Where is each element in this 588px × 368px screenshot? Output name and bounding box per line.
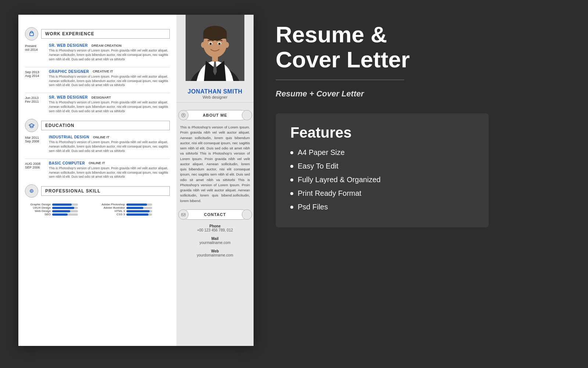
contact-section-btn: CONTACT xyxy=(183,209,247,220)
job-company: ONLINE IT xyxy=(89,161,105,165)
feature-text: Print Ready Format xyxy=(298,189,361,198)
job-desc: This is Photoshop's version of Lorem Ips… xyxy=(49,100,170,114)
job-date: Jun 2013 Fev 2011 xyxy=(25,95,49,114)
big-title: Resume & Cover Letter xyxy=(276,22,514,72)
job-date: Present oct 2014 xyxy=(25,43,49,62)
job-date: Mar 2011 Sep 2008 xyxy=(25,135,49,153)
job-company: DREAM CREATION xyxy=(92,44,122,47)
bullet-icon xyxy=(290,165,293,168)
svg-rect-17 xyxy=(182,213,185,216)
job-desc: This is Photoshop's version of Lorem Ips… xyxy=(49,140,170,153)
skill-bar-bg xyxy=(52,213,78,216)
job-desc: This is Photoshop's version of Lorem Ips… xyxy=(49,49,170,62)
skill-name: SEO xyxy=(25,213,51,216)
feature-text: A4 Paper Size xyxy=(298,148,345,157)
main-container: WORK EXPERIENCE Present oct 2014 SR. WEB… xyxy=(18,15,570,353)
skill-bar-fill xyxy=(126,213,148,216)
list-item: Graphic Design xyxy=(25,203,96,206)
left-panel: WORK EXPERIENCE Present oct 2014 SR. WEB… xyxy=(18,15,176,346)
skill-bar-bg xyxy=(126,213,152,216)
right-info-panel: Resume & Cover Letter Resume + Cover Let… xyxy=(276,15,514,227)
skill-bar-fill xyxy=(52,210,70,212)
contact-info-web: Web yourdomainname.com xyxy=(176,247,254,259)
divider xyxy=(25,67,170,67)
table-row: Sep 2013 Aug 2014 GRAPHIC DESIGNER CREAT… xyxy=(25,70,170,88)
phone-value: +00 123 456 789, 012 xyxy=(176,228,254,232)
job-title: SR. WEB DESIGNER xyxy=(49,95,88,99)
job-date: Sep 2013 Aug 2014 xyxy=(25,70,49,88)
features-title: Features xyxy=(290,124,474,141)
web-label: Web xyxy=(176,249,254,253)
contact-info: Phone +00 123 456 789, 012 xyxy=(176,222,254,234)
skill-bar-fill xyxy=(52,207,74,209)
skill-name: Adobe Photoshop xyxy=(99,203,125,206)
skill-bar-bg xyxy=(126,207,152,209)
job-title: INDUSTRIAL DESIGN xyxy=(49,135,89,139)
right-sidebar: JONATHAN SMITH Web designer ABOUT ME Thi… xyxy=(176,15,254,346)
education-section-title: EDUCATION xyxy=(41,121,170,130)
list-item: UI/UX Design xyxy=(25,206,96,209)
profile-photo xyxy=(186,15,244,81)
resume-card: WORK EXPERIENCE Present oct 2014 SR. WEB… xyxy=(18,15,254,346)
big-title-line1: Resume & xyxy=(276,22,387,47)
big-title-line2: Cover Letter xyxy=(276,47,410,72)
svg-point-13 xyxy=(209,43,212,45)
table-row: Mar 2011 Sep 2008 INDUSTRIAL DESIGN ONLI… xyxy=(25,135,170,153)
list-item: Print Ready Format xyxy=(290,189,474,198)
table-row: Jun 2013 Fev 2011 SR. WEB DESIGNER DESIG… xyxy=(25,95,170,114)
skill-bar-bg xyxy=(52,210,78,212)
phone-label: Phone xyxy=(176,224,254,228)
list-item: Web Design xyxy=(25,209,96,213)
job-detail: SR. WEB DESIGNER DESIGNART This is Photo… xyxy=(49,95,170,114)
job-detail: SR. WEB DESIGNER DREAM CREATION This is … xyxy=(49,43,170,62)
skill-bar-bg xyxy=(126,210,152,212)
web-value: yourdomainname.com xyxy=(176,253,254,257)
skill-name: Web Design xyxy=(25,209,51,213)
about-circle-left xyxy=(178,110,189,120)
skill-bar-fill xyxy=(126,204,147,206)
work-entries: Present oct 2014 SR. WEB DESIGNER DREAM … xyxy=(25,43,170,114)
skills-icon xyxy=(25,184,38,198)
table-row: Present oct 2014 SR. WEB DESIGNER DREAM … xyxy=(25,43,170,62)
name-area: JONATHAN SMITH Web designer xyxy=(176,85,254,103)
list-item: SEO xyxy=(25,213,96,216)
contact-label-btn: CONTACT xyxy=(204,212,226,217)
feature-text: Psd Files xyxy=(298,203,328,211)
contact-circle-left xyxy=(178,209,189,220)
bullet-icon xyxy=(290,206,293,209)
candidate-name: JONATHAN SMITH xyxy=(180,88,250,95)
mail-value: yourmailname.com xyxy=(176,241,254,245)
about-text: This is Photoshop's version of Lorem Ips… xyxy=(176,122,254,206)
svg-point-2 xyxy=(31,191,32,192)
svg-point-10 xyxy=(225,42,229,48)
features-box: Features A4 Paper Size Easy To Edit Full… xyxy=(276,113,489,227)
work-icon xyxy=(25,27,38,40)
education-entries: Mar 2011 Sep 2008 INDUSTRIAL DESIGN ONLI… xyxy=(25,135,170,179)
subtitle: Resume + Cover Letter xyxy=(276,89,514,99)
svg-point-9 xyxy=(201,42,205,48)
education-header: EDUCATION xyxy=(25,119,170,132)
feature-text: Fully Layred & Organized xyxy=(298,176,381,184)
skill-bar-bg xyxy=(126,204,152,206)
about-me-section-btn: ABOUT ME xyxy=(183,110,247,120)
divider xyxy=(25,159,170,159)
table-row: AUG 2008 SEP 2006 BASIC COMPUTER ONLINE … xyxy=(25,161,170,180)
job-company: ONLINE IT xyxy=(93,135,110,139)
skill-bar-fill xyxy=(126,210,150,212)
list-item: Adobe Illustrator xyxy=(99,206,170,209)
work-experience-header: WORK EXPERIENCE xyxy=(25,27,170,40)
job-company: DESIGNART xyxy=(92,96,111,99)
svg-rect-0 xyxy=(30,33,33,36)
title-divider xyxy=(276,79,404,80)
job-title: SR. WEB DESIGNER xyxy=(49,43,88,47)
skill-name: Graphic Design xyxy=(25,203,51,206)
skill-name: UI/UX Design xyxy=(25,206,51,209)
skill-bar-fill xyxy=(126,207,143,209)
skill-name: HTML 3 xyxy=(99,209,125,213)
work-section-title: WORK EXPERIENCE xyxy=(41,29,170,39)
list-item: Psd Files xyxy=(290,203,474,211)
skills-header: PROFESSIONAL SKILL xyxy=(25,184,170,198)
job-detail: INDUSTRIAL DESIGN ONLINE IT This is Phot… xyxy=(49,135,170,153)
skill-bar-bg xyxy=(52,207,78,209)
education-icon xyxy=(25,119,38,132)
